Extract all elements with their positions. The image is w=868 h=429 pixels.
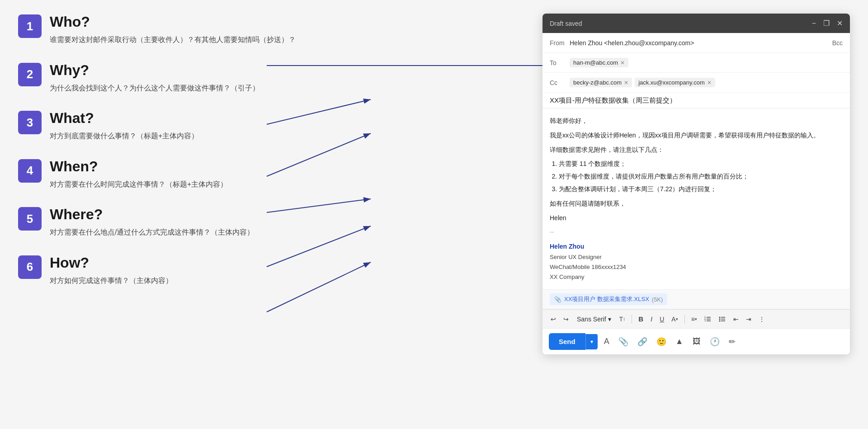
svg-text:3.: 3.	[704, 319, 706, 322]
svg-point-15	[719, 318, 720, 320]
question-item-2: 2 Why? 为什么我会找到这个人？为什么这个人需要做这件事情？（引子）	[18, 62, 344, 94]
body-list-item-3: 为配合整体调研计划，请于本周三（7.22）内进行回复；	[559, 184, 843, 195]
send-dropdown-button[interactable]: ▾	[585, 334, 598, 349]
draft-title: Draft saved	[550, 20, 582, 27]
toolbar-divider-2	[684, 315, 685, 324]
italic-button[interactable]: I	[648, 313, 655, 325]
from-row: From Helen Zhou <helen.zhou@xxcompany.co…	[542, 33, 850, 53]
toolbar-divider-1	[632, 315, 632, 324]
body-sign-sep: --	[550, 227, 843, 238]
titlebar-actions: − ❐ ✕	[812, 19, 843, 28]
cc-row: Cc becky-z@abc.com ✕ jack.xu@xxcompany.c…	[542, 73, 850, 93]
question-item-5: 5 Where? 对方需要在什么地点/通过什么方式完成这件事情？（主体内容）	[18, 206, 344, 238]
signature-company: XX Company	[550, 272, 843, 282]
questions-panel: 1 Who? 谁需要对这封邮件采取行动（主要收件人）？有其他人需要知情吗（抄送）…	[18, 14, 344, 303]
body-list-item-1: 共需要 11 个数据维度；	[559, 159, 843, 170]
question-title-2: Why?	[50, 62, 344, 79]
attach-button[interactable]: 📎	[616, 334, 631, 349]
indent-less-button[interactable]: ⇤	[731, 314, 741, 325]
send-button[interactable]: Send	[549, 333, 585, 350]
question-title-3: What?	[50, 110, 344, 127]
question-item-4: 4 When? 对方需要在什么时间完成这件事情？（标题+主体内容）	[18, 158, 344, 190]
remove-cc-chip-2[interactable]: ✕	[707, 80, 712, 86]
to-row: To han-m@abc.com ✕	[542, 53, 850, 73]
email-body[interactable]: 韩老师你好， 我是xx公司的体验设计师Helen，现因xx项目用户调研需要，希望…	[542, 108, 850, 289]
body-greeting: 韩老师你好，	[550, 116, 843, 127]
body-intro: 我是xx公司的体验设计师Helen，现因xx项目用户调研需要，希望获得现有用户特…	[550, 130, 843, 141]
attachment-chip[interactable]: 📎 XX项目用户 数据采集需求.XLSX (5K)	[550, 293, 667, 305]
body-note: 详细数据需求见附件，请注意以下几点：	[550, 145, 843, 156]
remove-cc-chip-1[interactable]: ✕	[624, 80, 628, 86]
svg-point-17	[719, 320, 720, 321]
font-size-label: T	[619, 316, 623, 323]
svg-rect-8	[707, 319, 711, 320]
question-content-5: Where? 对方需要在什么地点/通过什么方式完成这件事情？（主体内容）	[50, 206, 344, 238]
question-item-3: 3 What? 对方到底需要做什么事情？（标题+主体内容）	[18, 110, 344, 142]
format-text-button[interactable]: A	[601, 334, 612, 349]
cc-label: Cc	[550, 79, 570, 86]
attachment-icon: 📎	[554, 296, 561, 303]
undo-button[interactable]: ↩	[548, 314, 559, 325]
question-content-2: Why? 为什么我会找到这个人？为什么这个人需要做这件事情？（引子）	[50, 62, 344, 94]
svg-rect-18	[721, 321, 725, 321]
question-desc-4: 对方需要在什么时间完成这件事情？（标题+主体内容）	[50, 179, 344, 190]
from-value: Helen Zhou <helen.zhou@xxcompany.com>	[570, 39, 832, 47]
bcc-button[interactable]: Bcc	[832, 39, 843, 47]
close-button[interactable]: ✕	[837, 19, 843, 28]
question-item-6: 6 How? 对方如何完成这件事情？（主体内容）	[18, 255, 344, 287]
more-options-button[interactable]: ⋮	[756, 314, 768, 325]
font-size-button[interactable]: T↕	[617, 314, 628, 325]
question-title-4: When?	[50, 158, 344, 175]
body-closing: 如有任何问题请随时联系，	[550, 198, 843, 209]
subject-input[interactable]	[550, 97, 843, 104]
minimize-button[interactable]: −	[812, 19, 816, 28]
font-name: Sans Serif	[577, 316, 606, 323]
to-input[interactable]	[631, 59, 649, 66]
svg-point-13	[719, 316, 720, 318]
email-bottom-bar: Send ▾ A 📎 🔗 🙂 ▲ 🖼 🕐 ✏	[542, 328, 850, 354]
link-button[interactable]: 🔗	[635, 334, 650, 349]
unordered-list-button[interactable]	[716, 314, 729, 325]
drive-button[interactable]: ▲	[673, 334, 686, 349]
question-title-6: How?	[50, 255, 344, 271]
number-badge-4: 4	[18, 159, 42, 183]
cc-field-content: becky-z@abc.com ✕ jack.xu@xxcompany.com …	[570, 78, 843, 87]
question-desc-1: 谁需要对这封邮件采取行动（主要收件人）？有其他人需要知情吗（抄送）？	[50, 34, 344, 46]
svg-rect-7	[707, 317, 711, 318]
question-content-3: What? 对方到底需要做什么事情？（标题+主体内容）	[50, 110, 344, 142]
remove-to-chip-1[interactable]: ✕	[620, 60, 625, 66]
send-button-group: Send ▾	[549, 333, 598, 350]
body-list: 共需要 11 个数据维度；对于每个数据维度，请提供对应用户数量占所有用户数量的百…	[559, 159, 843, 194]
redo-button[interactable]: ↪	[561, 314, 571, 325]
signature-role: Senior UX Designer	[550, 252, 843, 262]
question-title-1: Who?	[50, 14, 344, 30]
question-content-6: How? 对方如何完成这件事情？（主体内容）	[50, 255, 344, 287]
align-button[interactable]: ≡▾	[689, 314, 700, 325]
question-title-5: Where?	[50, 206, 344, 223]
bold-button[interactable]: B	[636, 313, 646, 325]
text-color-button[interactable]: A▾	[669, 314, 680, 325]
to-chip-1: han-m@abc.com ✕	[570, 58, 628, 67]
question-content-1: Who? 谁需要对这封邮件采取行动（主要收件人）？有其他人需要知情吗（抄送）？	[50, 14, 344, 46]
ordered-list-button[interactable]: ​ 1.2.3.	[702, 314, 714, 325]
expand-button[interactable]: ❐	[823, 19, 830, 28]
question-item-1: 1 Who? 谁需要对这封邮件采取行动（主要收件人）？有其他人需要知情吗（抄送）…	[18, 14, 344, 46]
photo-button[interactable]: 🖼	[690, 334, 703, 349]
cc-chip-2: jack.xu@xxcompany.com ✕	[635, 78, 715, 87]
emoji-button[interactable]: 🙂	[654, 334, 669, 349]
email-compose-window: Draft saved − ❐ ✕ From Helen Zhou <helen…	[542, 14, 850, 354]
body-sign-name: Helen	[550, 213, 843, 224]
font-selector[interactable]: Sans Serif ▾	[573, 314, 615, 325]
indent-more-button[interactable]: ⇥	[743, 314, 754, 325]
email-toolbar: ↩ ↪ Sans Serif ▾ T↕ B I U A▾ ≡▾ ​ 1.2.3.…	[542, 309, 850, 328]
signature-button[interactable]: ✏	[726, 334, 738, 349]
question-content-4: When? 对方需要在什么时间完成这件事情？（标题+主体内容）	[50, 158, 344, 190]
schedule-button[interactable]: 🕐	[707, 334, 722, 349]
svg-rect-16	[721, 319, 725, 320]
signature-name: Helen Zhou	[550, 241, 843, 252]
number-badge-3: 3	[18, 111, 42, 134]
font-dropdown-icon: ▾	[608, 316, 611, 323]
question-desc-3: 对方到底需要做什么事情？（标题+主体内容）	[50, 130, 344, 142]
underline-button[interactable]: U	[657, 314, 667, 325]
svg-rect-9	[707, 321, 711, 321]
